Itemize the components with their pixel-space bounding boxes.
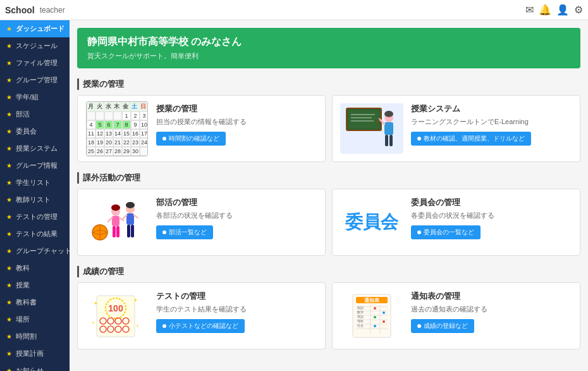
- sidebar-item-label: 教科書: [16, 298, 37, 307]
- sidebar-item-venue[interactable]: ★ 場所: [0, 311, 70, 328]
- svg-text:✦: ✦: [136, 324, 139, 328]
- svg-text:英語: 英語: [357, 315, 364, 318]
- star-icon: ★: [6, 196, 12, 203]
- svg-text:✦: ✦: [94, 301, 98, 306]
- cal-cell: 28: [113, 147, 122, 156]
- calendar-body: 1 2 3 4 5 6 7 8 9 10 11 12 13: [87, 111, 147, 156]
- sidebar-item-dashboard[interactable]: ★ ダッシュボード: [0, 20, 70, 37]
- sidebar-item-test-results[interactable]: ★ テストの結果: [0, 225, 70, 242]
- settings-icon[interactable]: ⚙: [574, 4, 583, 16]
- sidebar-item-label: 場所: [16, 315, 30, 324]
- cal-cell: 20: [104, 138, 113, 147]
- committee-mgmt-btn[interactable]: 委員会の一覧など: [411, 225, 481, 239]
- svg-text:✦: ✦: [133, 298, 138, 303]
- mail-icon[interactable]: ✉: [525, 4, 534, 16]
- svg-rect-20: [116, 226, 119, 237]
- cal-cell: 2: [131, 111, 140, 120]
- star-icon: ★: [6, 265, 12, 272]
- sidebar-item-group-info[interactable]: ★ グループ情報: [0, 157, 70, 174]
- test-illustration: 100 ✦ ✦ ✦ ✦: [85, 291, 149, 341]
- svg-text:通知表: 通知表: [364, 297, 380, 303]
- cal-header-thu: 木: [113, 102, 121, 111]
- cal-cell: 29: [122, 147, 131, 156]
- sidebar-item-club[interactable]: ★ 部活: [0, 106, 70, 123]
- star-icon: ★: [6, 162, 12, 169]
- star-icon: ★: [6, 230, 12, 237]
- welcome-banner: 静岡県中村市高等学校 のみなさん 賀天スクールがサポート。簡単便利: [77, 28, 580, 68]
- star-icon: ★: [6, 42, 12, 49]
- star-icon: ★: [6, 60, 12, 66]
- club-mgmt-btn[interactable]: 部活一覧など: [156, 225, 213, 239]
- card-class-content: 授業の管理 担当の授業の情報を確認する 時間割の確認など: [156, 103, 317, 146]
- sidebar-item-timetable[interactable]: ★ 時間割: [0, 328, 70, 345]
- school-name: 静岡県中村市高等学校 のみなさん: [87, 35, 570, 49]
- cal-cell: 9: [131, 120, 140, 129]
- btn-dot-icon: [417, 137, 421, 141]
- mini-calendar: 月 火 水 木 金 土 日 1: [86, 101, 148, 156]
- committee-mgmt-btn-label: 委員会の一覧など: [424, 228, 474, 237]
- sidebar-item-subjects[interactable]: ★ 教科: [0, 260, 70, 277]
- cal-cell: 1: [122, 111, 131, 120]
- cal-header-tue: 火: [95, 102, 104, 111]
- sidebar-item-lesson-system[interactable]: ★ 授業システム: [0, 140, 70, 157]
- svg-line-24: [123, 215, 126, 219]
- report-mgmt-btn[interactable]: 成績の登録など: [411, 319, 474, 333]
- class-mgmt-btn[interactable]: 時間割の確認など: [156, 132, 226, 146]
- sidebar-item-label: ファイル管理: [16, 58, 58, 68]
- sidebar-item-group-chat[interactable]: ★ グループチャット: [0, 242, 70, 260]
- card-test-management: 100 ✦ ✦ ✦ ✦: [77, 282, 326, 349]
- card-test-desc: 学生のテスト結果を確認する: [156, 305, 317, 314]
- sidebar-item-label: 学生リスト: [16, 178, 51, 187]
- notification-icon[interactable]: 🔔: [539, 4, 551, 16]
- card-committee-management: 委員会 委員会の管理 各委員会の状況を確認する 委員会の一覧など: [332, 189, 580, 256]
- sidebar-item-materials[interactable]: ★ 教科書: [0, 294, 70, 311]
- cal-cell: 18: [87, 138, 95, 147]
- card-class-title: 授業の管理: [156, 103, 317, 115]
- sidebar-item-group-mgmt[interactable]: ★ グループ管理: [0, 72, 70, 89]
- svg-text:国語: 国語: [357, 306, 364, 310]
- class-mgmt-cards: 月 火 水 木 金 土 日 1: [77, 95, 580, 162]
- card-lesson-system: 授業システム ラーニングスクールトンでE-Learning 教材の確認、適間授業…: [332, 95, 580, 162]
- card-club-management: 部活の管理 各部活の状況を確認する 部活一覧など: [77, 189, 326, 256]
- cal-cell: 10: [140, 120, 148, 129]
- user-icon[interactable]: 👤: [556, 4, 569, 16]
- cal-cell: 26: [95, 147, 104, 156]
- sidebar-item-grade-class[interactable]: ★ 学年/組: [0, 89, 70, 106]
- club-svg: [87, 198, 147, 247]
- svg-text:✦: ✦: [92, 321, 95, 325]
- svg-text:理科: 理科: [357, 319, 364, 323]
- cal-header-fri: 金: [121, 102, 130, 111]
- sidebar-item-label: お知らせ: [16, 366, 44, 371]
- card-lesson-desc: ラーニングスクールトンでE-Learning: [411, 117, 572, 127]
- test-mgmt-btn[interactable]: 小テストなどの確認など: [156, 319, 245, 333]
- card-report-content: 通知表の管理 過去の通知表の確認する 成績の登録など: [411, 291, 572, 333]
- card-lesson-title: 授業システム: [411, 103, 572, 115]
- sidebar-item-student-list[interactable]: ★ 学生リスト: [0, 174, 70, 191]
- main-content: 静岡県中村市高等学校 のみなさん 賀天スクールがサポート。簡単便利 授業の管理 …: [70, 20, 588, 371]
- sidebar-item-lesson-plan[interactable]: ★ 授業計画: [0, 345, 70, 362]
- card-test-title: テストの管理: [156, 291, 317, 302]
- cal-cell: 23: [131, 138, 140, 147]
- sidebar-item-notices[interactable]: ★ お知らせ: [0, 362, 70, 371]
- sidebar-item-test-mgmt[interactable]: ★ テストの管理: [0, 208, 70, 225]
- svg-rect-23: [126, 213, 134, 225]
- btn-dot-icon: [417, 230, 421, 234]
- card-test-content: テストの管理 学生のテスト結果を確認する 小テストなどの確認など: [156, 291, 317, 333]
- cal-cell: 11: [87, 129, 95, 138]
- btn-dot-icon: [162, 137, 166, 141]
- committee-illustration: 委員会: [340, 197, 403, 248]
- sidebar-item-schedule[interactable]: ★ スケジュール: [0, 37, 70, 54]
- card-lesson-content: 授業システム ラーニングスクールトンでE-Learning 教材の確認、適間授業…: [411, 103, 572, 146]
- star-icon: ★: [6, 94, 12, 101]
- sidebar-item-file-mgmt[interactable]: ★ ファイル管理: [0, 54, 70, 72]
- sidebar-item-teacher-list[interactable]: ★ 教師リスト: [0, 191, 70, 208]
- test-mgmt-btn-label: 小テストなどの確認など: [169, 322, 238, 330]
- sidebar-item-committee[interactable]: ★ 委員会: [0, 123, 70, 140]
- sidebar-item-label: 委員会: [16, 127, 37, 136]
- svg-point-55: [383, 311, 385, 314]
- report-illustration: 通知表: [340, 291, 403, 341]
- sidebar-item-lessons[interactable]: ★ 授業: [0, 277, 70, 294]
- svg-rect-27: [131, 225, 134, 237]
- lesson-system-btn[interactable]: 教材の確認、適間授業、ドリルなど: [411, 132, 531, 146]
- cal-cell: 5: [95, 120, 104, 129]
